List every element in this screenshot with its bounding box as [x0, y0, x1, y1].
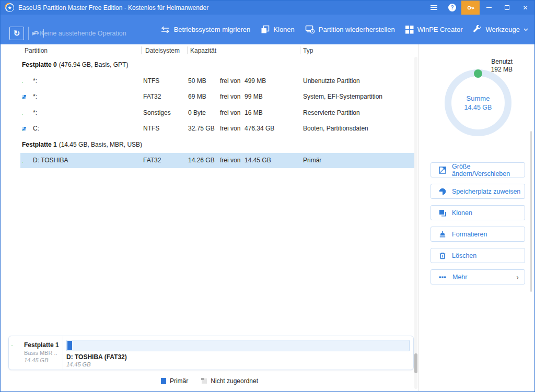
sidebar-scrollbar-thumb[interactable]: [530, 131, 532, 292]
capacity-used: 50 MB: [188, 77, 206, 85]
titlebar: ★ EaseUS Partition Master Free Edition -…: [1, 1, 534, 15]
window-controls: ? ✕: [425, 1, 534, 15]
partition-label: *:: [33, 109, 37, 116]
capacity-used: 0 Byte: [188, 109, 206, 116]
clone-icon: [439, 209, 446, 217]
capacity-total: 476.34 GB: [245, 125, 274, 132]
donut-center-label: Summe 14.45 GB: [445, 94, 511, 111]
capacity-total: 14.45 GB: [245, 157, 271, 164]
more-button[interactable]: Mehr ›: [431, 269, 525, 284]
partition-label: *:: [33, 77, 37, 85]
filesystem-value: NTFS: [143, 77, 159, 85]
delete-button[interactable]: Löschen: [431, 248, 525, 263]
close-icon: ✕: [522, 4, 528, 11]
capacity-total: 499 MB: [245, 77, 266, 85]
disk-group-label: Festplatte 1(14.45 GB, Basis, MBR, USB): [22, 141, 142, 148]
maximize-button[interactable]: [498, 1, 516, 15]
key-icon: [467, 4, 475, 12]
table-row[interactable]: *: Sonstiges 0 Byte frei von 16 MB Reser…: [1, 105, 418, 121]
partition-type: Reservierte Partition: [303, 109, 360, 116]
action-sidebar: Benutzt 192 MB Summe 14.45 GB Größe ände…: [418, 44, 534, 391]
list-icon: [431, 5, 437, 10]
column-separator: [300, 46, 300, 54]
partition-recovery-label: Partition wiederherstellen: [319, 26, 395, 33]
format-button[interactable]: Formatieren: [431, 227, 525, 242]
play-icon: ▶: [32, 31, 36, 36]
app-logo-icon: ★: [5, 3, 14, 12]
disk-map-partition-bar[interactable]: [66, 340, 410, 351]
chevron-right-icon: ›: [516, 273, 519, 281]
winpe-creator-label: WinPE Creator: [417, 26, 463, 33]
partition-label: *:: [33, 93, 37, 100]
logo-arc: [3, 1, 17, 15]
refresh-button[interactable]: ↻: [9, 27, 24, 40]
clone-button[interactable]: Klonen: [261, 25, 294, 34]
primary-color-swatch: [161, 378, 166, 384]
refresh-icon: ↻: [14, 29, 20, 38]
partition-type: System, EFI-Systempartition: [303, 93, 382, 100]
disk-map-partition-size: 14.45 GB: [66, 361, 90, 367]
menu-button[interactable]: [425, 1, 443, 15]
legend: Primär Nicht zugeordnet: [1, 377, 418, 385]
disk-map-card: Festplatte 1 Basis MBR .. 14.45 GB D: TO…: [8, 336, 414, 370]
pie-chart-icon: [439, 188, 446, 195]
disk-map-disk-info[interactable]: Festplatte 1 Basis MBR .. 14.45 GB: [9, 336, 63, 370]
capacity-used: 14.26 GB: [188, 157, 215, 164]
tools-button[interactable]: Werkzeuge: [473, 25, 528, 34]
vertical-scrollbar-thumb[interactable]: [414, 353, 417, 373]
table-row-selected[interactable]: D: TOSHIBA FAT32 14.26 GB frei von 14.45…: [1, 152, 418, 169]
tools-label: Werkzeuge: [485, 26, 520, 33]
close-button[interactable]: ✕: [516, 1, 534, 15]
legend-unallocated-label: Nicht zugeordnet: [211, 377, 258, 385]
disk-map-disk-type: Basis MBR ..: [24, 350, 57, 356]
delete-label: Löschen: [452, 252, 476, 259]
toolbar: ↻ ↶ ↷ ▶ Keine ausstehende Operation Betr…: [1, 15, 534, 44]
capacity-total: 99 MB: [245, 93, 263, 100]
disk-group-label: Festplatte 0(476.94 GB, Basis, GPT): [22, 61, 128, 68]
winpe-creator-button[interactable]: WinPE Creator: [405, 26, 463, 34]
table-header: Partition Dateisystem Kapazität Typ: [1, 44, 418, 57]
partition-label: D: TOSHIBA: [33, 157, 68, 164]
free-of-label: frei von: [220, 93, 240, 100]
disk-map-disk-size: 14.45 GB: [24, 357, 48, 363]
legend-primary-label: Primär: [170, 377, 188, 385]
table-row[interactable]: *: FAT32 69 MB frei von 99 MB System, EF…: [1, 89, 418, 105]
trash-icon: [439, 252, 446, 259]
windows-logo-icon: [405, 26, 414, 34]
resize-move-label: Größe ändern/Verschieben: [452, 163, 525, 177]
maximize-icon: [505, 5, 509, 10]
help-button[interactable]: ?: [443, 1, 461, 15]
license-key-button[interactable]: [461, 1, 480, 15]
partition-label: C:: [33, 125, 39, 132]
table-row[interactable]: *: NTFS 50 MB frei von 499 MB Unbenutzte…: [1, 73, 418, 89]
recovery-icon: [305, 25, 315, 34]
column-header-typ: Typ: [303, 47, 313, 54]
disk-group-row[interactable]: Festplatte 1(14.45 GB, Basis, MBR, USB): [1, 137, 418, 153]
unallocated-color-swatch: [202, 378, 207, 384]
filesystem-value: Sonstiges: [143, 109, 171, 116]
chevron-down-icon: [524, 28, 528, 31]
disk-map-disk-name: Festplatte 1: [24, 341, 59, 349]
allocate-space-button[interactable]: Speicherplatz zuweisen: [431, 184, 525, 199]
window-title: EaseUS Partition Master Free Edition - K…: [18, 4, 208, 11]
resize-move-button[interactable]: Größe ändern/Verschieben: [431, 162, 525, 177]
free-of-label: frei von: [220, 125, 240, 132]
more-dots-icon: [439, 274, 447, 281]
partition-recovery-button[interactable]: Partition wiederherstellen: [305, 25, 395, 34]
legend-unallocated: Nicht zugeordnet: [202, 377, 258, 385]
vertical-scrollbar-track[interactable]: [414, 57, 417, 389]
table-row[interactable]: C: NTFS 32.75 GB frei von 476.34 GB Boot…: [1, 121, 418, 137]
resize-icon: [439, 167, 446, 174]
pending-operations-button[interactable]: ▶ Keine ausstehende Operation: [29, 30, 130, 37]
migrate-os-label: Betriebssystem migrieren: [174, 26, 251, 33]
app-window: ★ EaseUS Partition Master Free Edition -…: [0, 0, 535, 392]
column-header-partition: Partition: [25, 47, 48, 54]
format-label: Formatieren: [452, 231, 487, 238]
disk-group-row[interactable]: Festplatte 0(476.94 GB, Basis, GPT): [1, 57, 418, 73]
migrate-os-button[interactable]: Betriebssystem migrieren: [160, 26, 251, 33]
filesystem-value: FAT32: [143, 157, 161, 164]
partition-type: Primär: [303, 157, 321, 164]
minimize-button[interactable]: [480, 1, 498, 15]
clone-partition-button[interactable]: Klonen: [431, 205, 525, 220]
column-header-kapazitaet: Kapazität: [190, 47, 216, 54]
